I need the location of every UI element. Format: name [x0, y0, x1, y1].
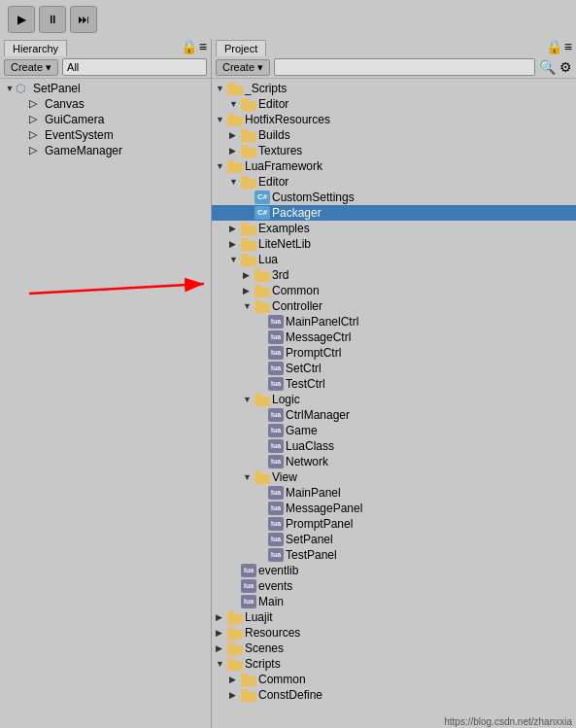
project-tree-item[interactable]: ▶Scenes — [212, 641, 576, 656]
project-tree-item[interactable]: ▶3rd — [212, 267, 576, 283]
arrow-icon: ▼ — [216, 84, 227, 93]
tree-item-setpanel[interactable]: ⬡ SetPanel — [0, 81, 211, 96]
project-tree-item[interactable]: luaMainPanelCtrl — [212, 314, 576, 329]
folder-icon — [254, 269, 270, 282]
scene-icon: ⬡ — [16, 82, 31, 95]
project-tree-item[interactable]: ▼HotfixResources — [212, 112, 576, 127]
project-item-label: Luajit — [245, 610, 273, 624]
project-tree-item[interactable]: ▶Resources — [212, 625, 576, 641]
project-tree-item[interactable]: luaTestPanel — [212, 547, 576, 563]
arrow-icon: ▶ — [243, 286, 254, 295]
project-item-label: CtrlManager — [286, 408, 350, 422]
project-lock-icon[interactable]: 🔒 — [546, 39, 562, 54]
project-item-label: Scripts — [245, 657, 281, 671]
project-tree-item[interactable]: ▼Editor — [212, 174, 576, 190]
project-tab-label: Project — [224, 43, 257, 54]
project-tree-item[interactable]: ▼Logic — [212, 392, 576, 407]
lua-icon: lua — [268, 424, 284, 437]
lua-icon: lua — [268, 346, 284, 360]
project-tree-item[interactable]: ▶ConstDefine — [212, 687, 576, 703]
project-panel: Project 🔒 ≡ Create ▾ 🔍 ⚙ ▼_Scripts▼Edito… — [212, 39, 576, 728]
play-button[interactable]: ▶ — [8, 6, 35, 33]
project-item-label: MainPanel — [286, 486, 341, 500]
project-tree-item[interactable]: ▼Lua — [212, 252, 576, 267]
project-tree-item[interactable]: luaCtrlManager — [212, 407, 576, 423]
folder-icon — [254, 471, 270, 484]
tree-item[interactable]: ▷GameManager — [0, 143, 211, 158]
project-create-button[interactable]: Create ▾ — [216, 59, 270, 76]
lua-icon: lua — [268, 486, 284, 500]
project-item-label: Packager — [272, 206, 322, 220]
project-tree-item[interactable]: ▼Editor — [212, 96, 576, 112]
project-tree-item[interactable]: luaNetwork — [212, 454, 576, 469]
project-tree-item[interactable]: ▼View — [212, 469, 576, 485]
hierarchy-search-input[interactable] — [62, 58, 207, 76]
step-button[interactable]: ⏭ — [70, 6, 97, 33]
lua-icon: lua — [268, 315, 284, 329]
project-tree-item[interactable]: ▶Builds — [212, 127, 576, 143]
project-tree-item[interactable]: luaLuaClass — [212, 438, 576, 454]
folder-icon — [227, 627, 243, 640]
project-gear-icon[interactable]: ⚙ — [559, 59, 572, 75]
project-tree-item[interactable]: luaMessageCtrl — [212, 329, 576, 345]
arrow-icon: ▼ — [216, 115, 227, 124]
project-item-label: Textures — [258, 144, 302, 157]
project-tree-item[interactable]: luaSetCtrl — [212, 361, 576, 376]
cs-icon: C# — [254, 191, 270, 204]
project-tree-item[interactable]: ▶Examples — [212, 221, 576, 236]
lua-icon: lua — [268, 408, 284, 422]
project-tree-item[interactable]: luaMainPanel — [212, 485, 576, 501]
hierarchy-tab[interactable]: Hierarchy — [4, 40, 67, 56]
project-tree-item[interactable]: ▶Textures — [212, 143, 576, 158]
project-menu-icon[interactable]: ≡ — [564, 39, 572, 54]
hierarchy-lock-icon[interactable]: 🔒 — [181, 39, 197, 54]
lua-icon: lua — [241, 564, 256, 577]
project-tree-item[interactable]: luaMessagePanel — [212, 501, 576, 516]
hierarchy-toolbar: Create ▾ — [0, 56, 211, 79]
hierarchy-create-button[interactable]: Create ▾ — [4, 59, 58, 76]
project-tree-item[interactable]: luaPromptPanel — [212, 516, 576, 532]
project-item-label: TestPanel — [286, 548, 337, 562]
project-tree-item[interactable]: luaMain — [212, 594, 576, 609]
folder-icon — [254, 285, 270, 297]
pause-button[interactable]: ⏸ — [39, 6, 66, 33]
folder-icon — [254, 394, 270, 406]
project-tree-item[interactable]: ▼_Scripts — [212, 81, 576, 96]
project-tree-item[interactable]: luaGame — [212, 423, 576, 438]
project-tree-item[interactable]: ▼Controller — [212, 298, 576, 314]
project-tree-item[interactable]: ▶Common — [212, 672, 576, 687]
project-tab[interactable]: Project — [216, 40, 266, 56]
project-item-label: ConstDefine — [258, 688, 322, 702]
hierarchy-menu-icon[interactable]: ≡ — [199, 39, 207, 54]
project-tree-item[interactable]: luaeventlib — [212, 563, 576, 578]
project-tree-item[interactable]: ▶Luajit — [212, 609, 576, 625]
project-search-icon[interactable]: 🔍 — [539, 59, 556, 75]
project-tree-item[interactable]: ▼LuaFramework — [212, 158, 576, 174]
toolbar: ▶ ⏸ ⏭ — [0, 0, 576, 39]
project-search-input[interactable] — [274, 58, 535, 76]
project-tree-item[interactable]: luaevents — [212, 578, 576, 594]
arrow-icon: ▶ — [229, 690, 241, 700]
hierarchy-tab-label: Hierarchy — [13, 43, 58, 54]
project-tree-item[interactable]: ▼Scripts — [212, 656, 576, 672]
project-tree-item[interactable]: luaTestCtrl — [212, 376, 576, 392]
go-icon: ▷ — [29, 113, 43, 126]
project-item-label: HotfixResources — [245, 113, 330, 126]
tree-item[interactable]: ▷GuiCamera — [0, 112, 211, 127]
tree-item[interactable]: ▷EventSystem — [0, 127, 211, 143]
lua-icon: lua — [268, 439, 284, 453]
project-tree-item[interactable]: luaPromptCtrl — [212, 345, 576, 361]
lua-icon: lua — [268, 533, 284, 546]
project-tree-item[interactable]: ▶Common — [212, 283, 576, 298]
project-tree-item[interactable]: luaSetPanel — [212, 532, 576, 547]
project-item-label: Common — [272, 284, 320, 297]
project-item-label: SetCtrl — [286, 362, 322, 375]
arrow-icon: ▼ — [229, 177, 241, 187]
project-tree-item[interactable]: ▶LiteNetLib — [212, 236, 576, 252]
hierarchy-panel: Hierarchy 🔒 ≡ Create ▾ ⬡ SetPanel ▷Canva… — [0, 39, 212, 728]
project-tree-item[interactable]: C#CustomSettings — [212, 190, 576, 205]
arrow-icon: ▼ — [243, 395, 254, 404]
project-tree-item[interactable]: C#Packager — [212, 205, 576, 221]
folder-icon — [241, 254, 256, 266]
tree-item[interactable]: ▷Canvas — [0, 96, 211, 112]
